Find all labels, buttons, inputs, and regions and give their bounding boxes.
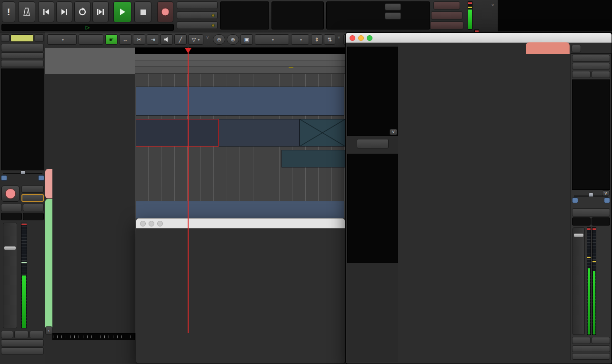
hide-strip-button[interactable] [35,34,44,42]
strips-scroll-chevron[interactable]: ˅ [390,129,397,135]
error-log-button[interactable]: ! [2,1,15,22]
narrow-strip-button[interactable] [1,34,10,42]
timecode-ruler[interactable] [135,48,346,54]
cd-markers-ruler[interactable] [135,60,346,67]
fader-handle[interactable] [573,233,584,237]
output-button[interactable] [1,339,44,346]
pan-control[interactable] [1,169,44,183]
peak-display[interactable] [23,213,44,220]
gain-display[interactable] [572,217,591,226]
record-arm-button[interactable] [1,186,20,202]
grab-tool-button[interactable]: ☛ [105,34,118,45]
fader-handle[interactable] [4,246,16,250]
follow-edits-button[interactable] [177,11,218,19]
claps-region[interactable] [281,150,345,167]
primary-clock[interactable] [220,1,269,30]
metronome-button[interactable] [18,1,35,22]
mute-button[interactable] [572,208,610,216]
audio-region-bass[interactable] [136,87,344,116]
processor-box[interactable] [1,69,44,170]
pan-control[interactable] [572,192,610,206]
loop-button[interactable] [74,1,90,22]
input-button[interactable] [1,52,44,59]
secondary-clock[interactable] [271,1,324,30]
gain-display[interactable] [1,213,22,220]
group-tab-keys[interactable] [45,169,52,198]
loop-punch-ruler[interactable] [135,54,346,60]
cut-tool-button[interactable]: ✂ [133,34,145,45]
gain-fader[interactable] [3,223,17,328]
master-name-button[interactable] [572,55,610,62]
play-range-button[interactable] [92,1,109,22]
gain-fader[interactable] [572,227,585,335]
scroll-left-button[interactable]: ‹ [45,326,52,334]
group-button[interactable] [14,331,29,338]
group-tab-guitar[interactable] [45,199,52,333]
expand-tracks-button[interactable]: ⇕ [311,34,322,45]
phase-button[interactable] [1,60,44,67]
toolbar-collapse-chevron[interactable]: ˅ [492,3,494,8]
peak-display[interactable] [592,217,610,226]
comments-button[interactable] [572,353,610,360]
stop-button[interactable] [134,1,151,22]
edit-mode-dropdown[interactable]: ▾ [47,34,77,45]
auto-return-button[interactable] [177,21,218,29]
metering-point-button[interactable] [572,337,591,344]
stretch-tool-button[interactable]: ⇥ [147,34,159,45]
add-strip-button[interactable] [357,139,389,148]
monitor-input-button[interactable] [21,186,44,193]
processor-box[interactable]: ˅ [572,79,610,190]
comments-button[interactable] [1,347,44,354]
zoom-overflow-chevron[interactable]: ˅ [338,35,340,40]
goto-start-button[interactable] [38,1,54,22]
punch-out-button[interactable] [385,12,401,20]
fader-position-button[interactable] [592,337,610,344]
groups-list[interactable] [347,154,398,263]
pan-handle[interactable] [589,193,593,197]
location-markers-ruler[interactable] [135,67,346,74]
edit-internal-tool-button[interactable]: ▽▾ [188,34,203,45]
solo-location-marker[interactable] [289,67,293,68]
zoom-out-button[interactable]: ⊖ [213,34,225,45]
goto-end-button[interactable] [56,1,72,22]
shrink-tracks-button[interactable]: ⇅ [324,34,335,45]
master-narrow-button[interactable] [572,45,581,52]
zoom-window-icon[interactable] [367,35,372,41]
strips-list[interactable]: ˅ [347,47,398,136]
play-button[interactable] [113,1,131,22]
smart-mode-button[interactable] [79,34,103,45]
close-window-icon[interactable] [350,35,355,41]
solo-button[interactable] [433,1,460,10]
edit-point-dropdown[interactable]: ▾ [291,34,309,45]
mixer-titlebar[interactable] [346,33,612,43]
track-color-chip[interactable] [10,34,34,42]
close-window-icon[interactable] [140,221,146,226]
phase-2-button[interactable] [592,71,610,78]
master-input-button[interactable] [572,63,610,69]
crossfade-region[interactable] [300,119,345,147]
monitor-disk-button[interactable] [21,194,44,202]
audition-tool-button[interactable] [161,34,173,45]
output-button[interactable] [572,345,610,352]
solo-button[interactable] [23,204,44,211]
tools-overflow-chevron[interactable]: ˅ [206,35,209,40]
record-button[interactable] [157,1,173,22]
phase-1-button[interactable] [572,71,591,78]
audio-region-vocal[interactable] [219,119,300,147]
metering-point-button[interactable] [1,331,13,338]
zoom-fit-button[interactable]: ▣ [241,34,253,45]
sync-source-button[interactable] [177,1,218,9]
strip-name-button[interactable] [1,44,44,51]
editor-summary[interactable] [52,333,135,340]
fader-position-button[interactable] [30,331,44,338]
overdub-region[interactable] [136,119,219,147]
zoom-in-button[interactable]: ⊕ [227,34,239,45]
audition-button[interactable] [431,11,462,20]
minimize-window-icon[interactable] [358,35,364,41]
draw-tool-button[interactable]: ╱ [174,34,187,45]
feedback-button[interactable] [430,21,463,30]
pan-handle[interactable] [20,170,25,175]
zoom-focus-dropdown[interactable]: ▾ [255,34,289,45]
mute-button[interactable] [1,204,22,211]
punch-in-button[interactable] [385,3,401,10]
